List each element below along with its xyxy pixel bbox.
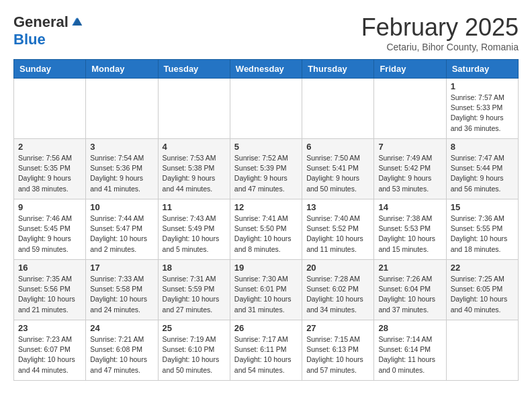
- calendar-cell: 26Sunrise: 7:17 AM Sunset: 6:11 PM Dayli…: [230, 320, 302, 381]
- calendar-cell: 23Sunrise: 7:23 AM Sunset: 6:07 PM Dayli…: [14, 320, 86, 381]
- calendar-cell: 8Sunrise: 7:47 AM Sunset: 5:44 PM Daylig…: [446, 139, 518, 199]
- calendar-cell: 19Sunrise: 7:30 AM Sunset: 6:01 PM Dayli…: [230, 260, 302, 320]
- calendar-cell: 11Sunrise: 7:43 AM Sunset: 5:49 PM Dayli…: [158, 199, 230, 260]
- calendar-week-row: 1Sunrise: 7:57 AM Sunset: 5:33 PM Daylig…: [14, 79, 519, 139]
- calendar-cell: 24Sunrise: 7:21 AM Sunset: 6:08 PM Dayli…: [86, 320, 158, 381]
- logo-icon: [70, 15, 83, 29]
- day-info: Sunrise: 7:52 AM Sunset: 5:39 PM Dayligh…: [234, 153, 298, 194]
- day-number: 22: [451, 263, 514, 273]
- day-number: 16: [18, 263, 81, 273]
- day-number: 21: [378, 263, 441, 273]
- day-number: 2: [18, 142, 81, 152]
- logo-general-text: General: [13, 13, 69, 31]
- day-info: Sunrise: 7:19 AM Sunset: 6:10 PM Dayligh…: [163, 334, 226, 375]
- day-number: 3: [90, 142, 153, 152]
- calendar-cell: 22Sunrise: 7:25 AM Sunset: 6:05 PM Dayli…: [446, 260, 518, 320]
- location: Cetariu, Bihor County, Romania: [361, 42, 519, 52]
- calendar-cell: [14, 79, 86, 139]
- calendar-cell: 13Sunrise: 7:40 AM Sunset: 5:52 PM Dayli…: [302, 199, 374, 260]
- calendar-cell: 21Sunrise: 7:26 AM Sunset: 6:04 PM Dayli…: [374, 260, 446, 320]
- logo-blue-text: Blue: [13, 31, 46, 48]
- day-number: 14: [378, 202, 441, 212]
- calendar-cell: 2Sunrise: 7:56 AM Sunset: 5:35 PM Daylig…: [14, 139, 86, 199]
- calendar-cell: 3Sunrise: 7:54 AM Sunset: 5:36 PM Daylig…: [86, 139, 158, 199]
- calendar-header-friday: Friday: [374, 60, 446, 79]
- calendar-header-sunday: Sunday: [14, 60, 86, 79]
- calendar-cell: 5Sunrise: 7:52 AM Sunset: 5:39 PM Daylig…: [230, 139, 302, 199]
- calendar-cell: 15Sunrise: 7:36 AM Sunset: 5:55 PM Dayli…: [446, 199, 518, 260]
- calendar-cell: [302, 79, 374, 139]
- day-info: Sunrise: 7:35 AM Sunset: 5:56 PM Dayligh…: [18, 274, 81, 315]
- calendar-cell: [230, 79, 302, 139]
- day-number: 24: [90, 323, 153, 333]
- calendar-cell: 18Sunrise: 7:31 AM Sunset: 5:59 PM Dayli…: [158, 260, 230, 320]
- day-info: Sunrise: 7:33 AM Sunset: 5:58 PM Dayligh…: [90, 274, 153, 315]
- calendar-week-row: 2Sunrise: 7:56 AM Sunset: 5:35 PM Daylig…: [14, 139, 519, 199]
- day-info: Sunrise: 7:53 AM Sunset: 5:38 PM Dayligh…: [163, 153, 226, 194]
- day-info: Sunrise: 7:41 AM Sunset: 5:50 PM Dayligh…: [234, 214, 298, 255]
- day-number: 12: [234, 202, 298, 212]
- calendar-cell: 16Sunrise: 7:35 AM Sunset: 5:56 PM Dayli…: [14, 260, 86, 320]
- day-number: 26: [234, 323, 298, 333]
- day-info: Sunrise: 7:30 AM Sunset: 6:01 PM Dayligh…: [234, 274, 298, 315]
- calendar-cell: 28Sunrise: 7:14 AM Sunset: 6:14 PM Dayli…: [374, 320, 446, 381]
- day-number: 15: [451, 202, 514, 212]
- day-number: 19: [234, 263, 298, 273]
- day-number: 4: [163, 142, 226, 152]
- day-number: 10: [90, 202, 153, 212]
- day-info: Sunrise: 7:31 AM Sunset: 5:59 PM Dayligh…: [163, 274, 226, 315]
- logo: General Blue: [13, 13, 83, 48]
- day-info: Sunrise: 7:28 AM Sunset: 6:02 PM Dayligh…: [306, 274, 369, 315]
- calendar-week-row: 23Sunrise: 7:23 AM Sunset: 6:07 PM Dayli…: [14, 320, 519, 381]
- day-number: 1: [451, 81, 514, 91]
- calendar-cell: [158, 79, 230, 139]
- calendar-cell: 9Sunrise: 7:46 AM Sunset: 5:45 PM Daylig…: [14, 199, 86, 260]
- day-info: Sunrise: 7:56 AM Sunset: 5:35 PM Dayligh…: [18, 153, 81, 194]
- calendar-cell: 27Sunrise: 7:15 AM Sunset: 6:13 PM Dayli…: [302, 320, 374, 381]
- day-number: 13: [306, 202, 369, 212]
- calendar-header-thursday: Thursday: [302, 60, 374, 79]
- day-info: Sunrise: 7:40 AM Sunset: 5:52 PM Dayligh…: [306, 214, 369, 255]
- day-number: 5: [234, 142, 298, 152]
- calendar-table: SundayMondayTuesdayWednesdayThursdayFrid…: [13, 59, 519, 381]
- title-section: February 2025 Cetariu, Bihor County, Rom…: [361, 13, 519, 52]
- day-number: 17: [90, 263, 153, 273]
- calendar-cell: 6Sunrise: 7:50 AM Sunset: 5:41 PM Daylig…: [302, 139, 374, 199]
- day-number: 9: [18, 202, 81, 212]
- calendar-cell: 4Sunrise: 7:53 AM Sunset: 5:38 PM Daylig…: [158, 139, 230, 199]
- calendar-header-tuesday: Tuesday: [158, 60, 230, 79]
- day-number: 27: [306, 323, 369, 333]
- day-number: 6: [306, 142, 369, 152]
- day-info: Sunrise: 7:57 AM Sunset: 5:33 PM Dayligh…: [451, 93, 514, 134]
- calendar-cell: 12Sunrise: 7:41 AM Sunset: 5:50 PM Dayli…: [230, 199, 302, 260]
- calendar-header-monday: Monday: [86, 60, 158, 79]
- day-info: Sunrise: 7:43 AM Sunset: 5:49 PM Dayligh…: [163, 214, 226, 255]
- day-info: Sunrise: 7:23 AM Sunset: 6:07 PM Dayligh…: [18, 334, 81, 375]
- day-number: 23: [18, 323, 81, 333]
- day-number: 28: [378, 323, 441, 333]
- calendar-cell: 25Sunrise: 7:19 AM Sunset: 6:10 PM Dayli…: [158, 320, 230, 381]
- calendar-cell: 10Sunrise: 7:44 AM Sunset: 5:47 PM Dayli…: [86, 199, 158, 260]
- calendar-cell: [446, 320, 518, 381]
- day-info: Sunrise: 7:44 AM Sunset: 5:47 PM Dayligh…: [90, 214, 153, 255]
- day-info: Sunrise: 7:25 AM Sunset: 6:05 PM Dayligh…: [451, 274, 514, 315]
- day-info: Sunrise: 7:49 AM Sunset: 5:42 PM Dayligh…: [378, 153, 441, 194]
- calendar-cell: 17Sunrise: 7:33 AM Sunset: 5:58 PM Dayli…: [86, 260, 158, 320]
- calendar-header-saturday: Saturday: [446, 60, 518, 79]
- day-number: 8: [451, 142, 514, 152]
- calendar-cell: [86, 79, 158, 139]
- day-info: Sunrise: 7:47 AM Sunset: 5:44 PM Dayligh…: [451, 153, 514, 194]
- day-info: Sunrise: 7:50 AM Sunset: 5:41 PM Dayligh…: [306, 153, 369, 194]
- day-number: 11: [163, 202, 226, 212]
- day-info: Sunrise: 7:36 AM Sunset: 5:55 PM Dayligh…: [451, 214, 514, 255]
- day-number: 20: [306, 263, 369, 273]
- day-info: Sunrise: 7:14 AM Sunset: 6:14 PM Dayligh…: [378, 334, 441, 375]
- calendar-header-wednesday: Wednesday: [230, 60, 302, 79]
- calendar-week-row: 16Sunrise: 7:35 AM Sunset: 5:56 PM Dayli…: [14, 260, 519, 320]
- calendar-cell: [374, 79, 446, 139]
- day-info: Sunrise: 7:46 AM Sunset: 5:45 PM Dayligh…: [18, 214, 81, 255]
- day-number: 18: [163, 263, 226, 273]
- calendar-header-row: SundayMondayTuesdayWednesdayThursdayFrid…: [14, 60, 519, 79]
- day-info: Sunrise: 7:21 AM Sunset: 6:08 PM Dayligh…: [90, 334, 153, 375]
- calendar-cell: 20Sunrise: 7:28 AM Sunset: 6:02 PM Dayli…: [302, 260, 374, 320]
